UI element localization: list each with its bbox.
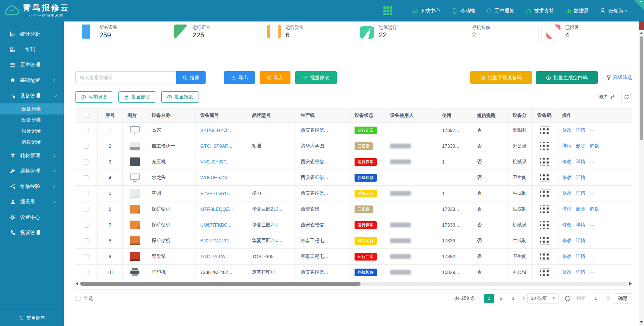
device-qr-thumbnail[interactable] (540, 205, 550, 213)
sidebar-item-3[interactable]: 基础配置 (0, 73, 64, 88)
search-input[interactable] (75, 71, 176, 84)
row-checkbox[interactable] (84, 175, 89, 180)
row-checkbox[interactable] (84, 254, 89, 259)
action-link[interactable]: 详情 (562, 143, 572, 149)
nav-item-0[interactable]: 下载中心 (412, 8, 440, 14)
device-code-link[interactable]: UU677FKBC... (200, 222, 231, 228)
row-checkbox[interactable] (84, 159, 89, 165)
page-button-1[interactable]: 1 (484, 294, 494, 303)
device-qr-thumbnail[interactable] (540, 174, 550, 182)
device-code-link[interactable]: MFR9LEQQZ... (200, 206, 233, 212)
batch-delete-button[interactable]: 批量删除 (118, 91, 156, 103)
action-link[interactable]: 修改 (562, 222, 572, 228)
more-actions-link[interactable]: ··· (590, 222, 595, 228)
add-device-button[interactable]: 添加设备 (75, 91, 113, 103)
action-link[interactable]: 详情 (576, 159, 585, 165)
more-actions-link[interactable]: ··· (590, 128, 595, 133)
nav-item-4[interactable]: 数据屏 (566, 8, 589, 14)
sort-control[interactable]: 排序 (598, 94, 615, 100)
hscroll-left-arrow[interactable] (75, 282, 78, 285)
stat-card-5[interactable]: 已报废4 (541, 21, 632, 42)
action-link[interactable]: 删除 (576, 143, 585, 149)
batch-edit-button[interactable]: 批量修改 (295, 71, 337, 84)
sidebar-item-9[interactable]: 设置中心 (0, 209, 64, 225)
sidebar-subitem-3[interactable]: 调拨记录 (0, 137, 64, 148)
goto-confirm-button[interactable]: 确定 (614, 293, 632, 304)
action-link[interactable]: 调拨 (590, 206, 599, 212)
action-link[interactable]: 调拨 (590, 143, 599, 149)
action-link[interactable]: 详情 (576, 175, 585, 181)
device-qr-thumbnail[interactable] (540, 252, 550, 261)
device-qr-thumbnail[interactable] (540, 189, 550, 197)
row-checkbox[interactable] (84, 270, 89, 275)
vscroll-down-arrow[interactable] (640, 321, 643, 323)
action-link[interactable]: 修改 (562, 269, 572, 275)
page-size-select[interactable]: 10 条/页 (527, 293, 559, 304)
goto-page-input[interactable] (589, 294, 602, 303)
nav-item-3[interactable]: 技术支持 (526, 8, 554, 14)
sidebar-item-0[interactable]: 统计分析 (0, 26, 64, 42)
batch-download-codes-button[interactable]: 批量下载设备码 (470, 71, 532, 84)
more-actions-link[interactable]: ··· (590, 238, 595, 243)
device-code-link[interactable]: TGOI7AILW... (200, 254, 229, 259)
device-code-link[interactable]: VN9U0YJ0T... (200, 159, 230, 165)
nav-item-5[interactable]: 张修为 (600, 8, 628, 14)
action-link[interactable]: 修改 (562, 253, 572, 260)
action-link[interactable]: 详情 (576, 253, 585, 260)
vscroll-up-arrow[interactable] (640, 32, 643, 34)
next-page-button[interactable] (521, 296, 524, 300)
device-qr-thumbnail[interactable] (540, 268, 550, 276)
action-link[interactable]: 详情 (576, 238, 585, 244)
more-actions-link[interactable]: ··· (590, 191, 595, 196)
batch-blank-codes-button[interactable]: 批量生成空白码 (536, 71, 598, 84)
more-actions-link[interactable]: ··· (590, 175, 595, 180)
hscroll-right-arrow[interactable] (629, 282, 632, 285)
page-button-3[interactable]: 3 (508, 294, 518, 303)
action-link[interactable]: 修改 (562, 159, 572, 165)
import-button[interactable]: 导入 (260, 71, 290, 84)
header-checkbox[interactable] (84, 113, 89, 118)
more-actions-link[interactable]: ··· (590, 159, 595, 165)
row-checkbox[interactable] (84, 128, 89, 133)
device-qr-thumbnail[interactable] (540, 158, 550, 166)
menu-adjust-button[interactable]: 菜单调整 (0, 310, 64, 326)
more-actions-link[interactable]: ··· (590, 270, 595, 275)
device-code-link[interactable]: WU6DH5JGI (200, 175, 227, 180)
device-qr-thumbnail[interactable] (540, 221, 550, 229)
sidebar-subitem-1[interactable]: 设备分类 (0, 114, 64, 126)
action-link[interactable]: 修改 (562, 190, 572, 196)
device-code-link[interactable]: GTCH9P0AR... (200, 143, 232, 149)
floating-side-widget[interactable] (639, 21, 644, 30)
action-link[interactable]: 详情 (576, 222, 585, 228)
sidebar-item-8[interactable]: 通讯录 (0, 194, 64, 209)
action-link[interactable]: 详情 (576, 127, 585, 133)
action-link[interactable]: 删除 (576, 206, 585, 212)
sidebar-item-4[interactable]: 设备管理 (0, 88, 64, 103)
batch-scrap-button[interactable]: 废 批量报废 (161, 91, 199, 103)
sidebar-item-2[interactable]: 工单管理 (0, 57, 64, 73)
device-code-link[interactable]: BJ0RTMZJ32... (200, 238, 233, 243)
action-link[interactable]: 详情 (576, 190, 585, 196)
action-link[interactable]: 修改 (562, 127, 572, 133)
apps-grid-icon[interactable] (383, 6, 392, 15)
device-code-link[interactable]: R7VFHLGY0... (200, 191, 231, 196)
vscroll-thumb[interactable] (640, 36, 643, 140)
select-all-checkbox[interactable] (75, 296, 80, 301)
page-button-2[interactable]: 2 (496, 294, 506, 303)
sidebar-subitem-0[interactable]: 设备列表 (0, 103, 64, 114)
corner-ribbon[interactable] (634, 0, 644, 10)
nav-item-2[interactable]: 工单通知 (486, 8, 515, 14)
sidebar-item-1[interactable]: 二维码 (0, 42, 64, 57)
row-checkbox[interactable] (84, 191, 89, 196)
pager-refresh-icon[interactable] (564, 295, 571, 302)
sidebar-subitem-2[interactable]: 报废记录 (0, 126, 64, 137)
device-qr-thumbnail[interactable] (540, 142, 550, 150)
action-link[interactable]: 修改 (562, 175, 572, 181)
action-link[interactable]: 修改 (562, 238, 572, 244)
export-button[interactable]: 导出 (224, 71, 255, 84)
sidebar-item-6[interactable]: 巡检管理 (0, 163, 64, 179)
hscroll-thumb[interactable] (80, 282, 361, 286)
device-qr-thumbnail[interactable] (540, 126, 550, 134)
more-actions-link[interactable]: ··· (590, 254, 595, 259)
sidebar-item-5[interactable]: 耗材管理 (0, 148, 64, 163)
